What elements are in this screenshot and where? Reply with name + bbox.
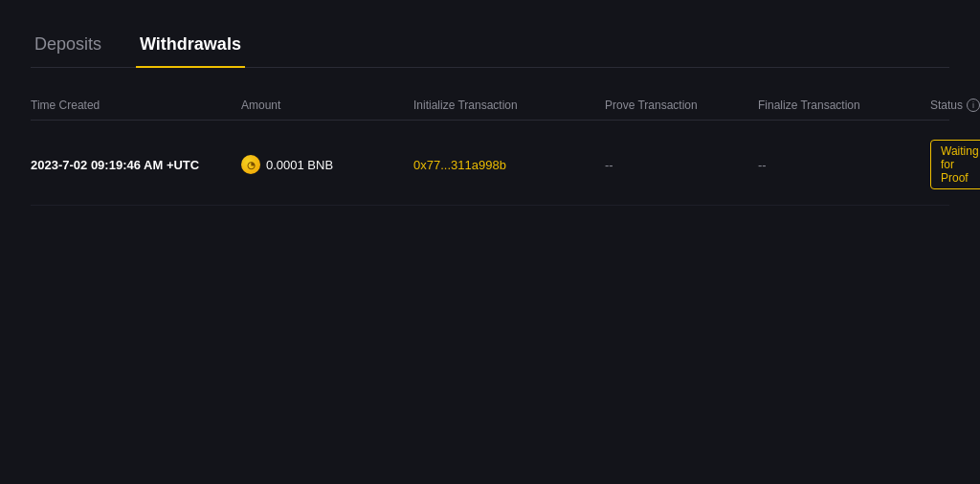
header-status: Status i (930, 99, 980, 112)
header-finalize-transaction: Finalize Transaction (758, 99, 930, 112)
table-row: 2023-7-02 09:19:46 AM +UTC ◔ 0.0001 BNB … (31, 124, 949, 206)
header-initialize-transaction: Initialize Transaction (413, 99, 605, 112)
status-info-icon[interactable]: i (967, 99, 980, 112)
table-header: Time Created Amount Initialize Transacti… (31, 91, 949, 121)
cell-status: Waiting for Proof (930, 140, 980, 189)
cell-finalize-tx: -- (758, 158, 930, 172)
tab-deposits[interactable]: Deposits (31, 23, 105, 68)
page-container: Deposits Withdrawals Time Created Amount… (0, 0, 980, 484)
cell-time: 2023-7-02 09:19:46 AM +UTC (31, 158, 241, 172)
status-badge: Waiting for Proof (930, 140, 980, 189)
tab-navigation: Deposits Withdrawals (31, 23, 949, 68)
header-prove-transaction: Prove Transaction (605, 99, 758, 112)
cell-prove-tx: -- (605, 158, 758, 172)
cell-initialize-tx[interactable]: 0x77...311a998b (413, 158, 605, 172)
bnb-coin-icon: ◔ (241, 155, 260, 174)
header-time-created: Time Created (31, 99, 241, 112)
cell-amount: ◔ 0.0001 BNB (241, 155, 413, 174)
tab-withdrawals[interactable]: Withdrawals (136, 23, 245, 68)
header-amount: Amount (241, 99, 413, 112)
withdrawals-table: Time Created Amount Initialize Transacti… (31, 91, 949, 206)
